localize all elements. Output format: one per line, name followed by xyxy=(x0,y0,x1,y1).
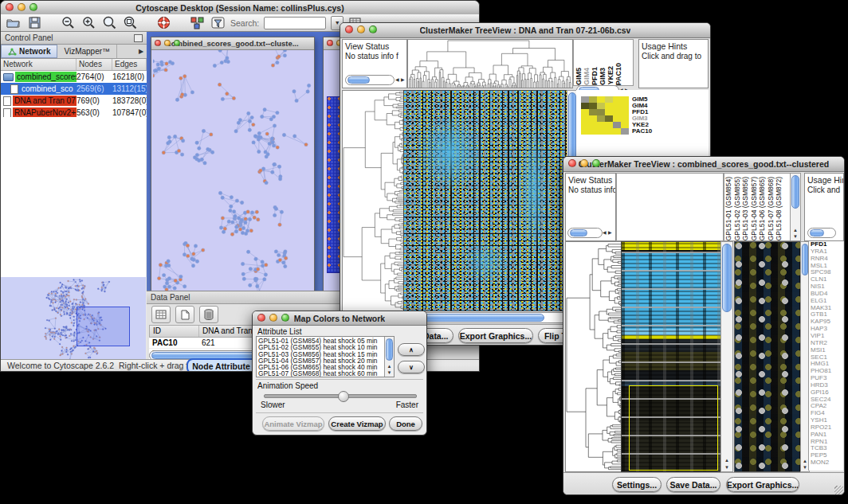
scroll-right-arrow[interactable]: ▶ xyxy=(608,230,612,235)
network-table-header: NetworkNodesEdges xyxy=(1,59,147,71)
animation-speed-slider[interactable] xyxy=(264,394,417,398)
delete-attribute-icon[interactable] xyxy=(199,306,218,323)
close-icon[interactable] xyxy=(345,25,353,33)
select-attributes-icon[interactable] xyxy=(151,306,171,323)
tv2-column-label[interactable]: GPL51-01 (GSM854) xyxy=(725,177,734,240)
tv1-column-dendrogram[interactable] xyxy=(407,39,573,88)
minimize-icon[interactable] xyxy=(357,25,365,33)
zoom-in-icon[interactable] xyxy=(80,16,96,30)
tv1-hscrollbar[interactable] xyxy=(407,312,568,323)
zoom-window-icon[interactable] xyxy=(592,159,600,167)
network-table-header-cell[interactable]: Edges xyxy=(112,59,147,70)
scroll-down-arrow[interactable]: ▼ xyxy=(385,369,394,376)
tv1-global-heatmap[interactable] xyxy=(403,90,568,311)
export-graphics-button[interactable]: Export Graphics... xyxy=(726,477,799,492)
done-button[interactable]: Done xyxy=(389,416,422,431)
scroll-left-arrow[interactable]: ◀ xyxy=(395,77,399,82)
tv2-hints-scrollbar[interactable] xyxy=(807,228,836,238)
attribute-listbox[interactable]: GPL51-01 (GSM854) heat shock 05 minGPL51… xyxy=(256,336,395,377)
dialog-titlebar[interactable]: Map Colors to Network xyxy=(253,311,426,326)
close-icon[interactable] xyxy=(155,40,161,46)
scroll-right-arrow[interactable]: ▶ xyxy=(401,77,405,82)
scroll-down-arrow[interactable]: ▼ xyxy=(791,233,800,240)
attribute-item[interactable]: GPL51-07 (GSM868) heat shock 60 min xyxy=(257,370,394,377)
zoom-window-icon[interactable] xyxy=(174,40,180,46)
tab-overflow-arrow[interactable]: ▶ xyxy=(135,45,147,58)
filter-icon[interactable] xyxy=(210,16,226,30)
tv2-global-heatmap[interactable] xyxy=(621,241,722,472)
tv1-status-scrollbar[interactable] xyxy=(345,75,395,85)
zoom-out-icon[interactable] xyxy=(60,16,76,30)
slider-thumb[interactable] xyxy=(338,391,349,402)
save-data-button[interactable]: Save Data... xyxy=(666,477,720,492)
network-row[interactable]: combined_sco 2569(6) 13112(15) xyxy=(1,83,147,95)
minimize-icon[interactable] xyxy=(18,3,26,11)
treeview1-titlebar[interactable]: ClusterMaker TreeView : DNA and Tran 07-… xyxy=(340,23,710,38)
save-session-icon[interactable] xyxy=(26,16,42,30)
create-attribute-icon[interactable] xyxy=(175,306,194,323)
network-row-icon xyxy=(3,96,11,106)
network-node-count: 563(0) xyxy=(77,108,112,117)
close-icon[interactable] xyxy=(327,40,333,46)
gene-label[interactable]: MON2 xyxy=(809,459,843,467)
scroll-left-arrow[interactable]: ◀ xyxy=(603,230,607,235)
move-up-button[interactable]: ∧ xyxy=(398,343,425,356)
control-panel-header: Control Panel xyxy=(1,32,147,45)
zoom-window-icon[interactable] xyxy=(369,25,377,33)
tv2-vscrollbar[interactable]: ▲ ▼ xyxy=(720,241,733,472)
tv2-status-scrollbar[interactable] xyxy=(567,228,603,238)
zoom-window-icon[interactable] xyxy=(281,314,289,322)
tv2-column-label[interactable]: GPL51-08 (GSM872) xyxy=(775,177,784,240)
attribute-table-header-cell[interactable]: ID xyxy=(150,326,199,337)
zoom-fit-icon[interactable] xyxy=(122,16,138,30)
treeview2-titlebar[interactable]: ClusterMaker TreeView : combined_scores_… xyxy=(563,157,844,172)
open-session-icon[interactable] xyxy=(6,16,22,30)
overview-viewport-rect[interactable] xyxy=(77,307,130,346)
network-row[interactable]: DNA and Tran 07 769(0) 183728(0) xyxy=(1,95,147,107)
heatmap-selection-rect[interactable] xyxy=(629,385,718,471)
scroll-down-arrow[interactable]: ▼ xyxy=(721,464,732,471)
zoom-window-icon[interactable] xyxy=(29,3,37,11)
float-panel-icon[interactable] xyxy=(134,34,143,42)
minimize-icon[interactable] xyxy=(269,314,277,322)
tv2-column-label[interactable]: GPL51-03 (GSM856) xyxy=(742,177,751,240)
close-icon[interactable] xyxy=(6,3,14,11)
move-down-button[interactable]: ∨ xyxy=(398,361,425,373)
tv2-row-dendrogram[interactable] xyxy=(565,241,622,472)
network-row[interactable]: combined_scores 2764(0) 16218(0) xyxy=(1,71,147,83)
tv2-column-label[interactable]: GPL51-06 (GSM865) xyxy=(759,177,768,240)
minimize-icon[interactable] xyxy=(580,159,588,167)
zoom-selected-icon[interactable] xyxy=(101,16,117,30)
tv2-column-dendrogram-area[interactable] xyxy=(616,173,724,241)
close-icon[interactable] xyxy=(257,314,265,322)
create-vizmap-button[interactable]: Create Vizmap xyxy=(328,416,386,431)
export-graphics-button[interactable]: Export Graphics... xyxy=(458,328,533,343)
tv1-view-status-panel: View Status No status info f ◀ ▶ xyxy=(342,39,407,88)
scroll-up-arrow[interactable]: ▲ xyxy=(385,363,394,369)
scroll-up-arrow[interactable]: ▲ xyxy=(791,227,800,233)
settings-button[interactable]: Settings... xyxy=(612,477,662,492)
attribute-list-scrollbar[interactable]: ▲ ▼ xyxy=(384,337,394,377)
network-overview-thumbnail[interactable] xyxy=(1,277,146,359)
network-table-header-cell[interactable]: Network xyxy=(1,59,77,70)
search-input[interactable] xyxy=(264,17,326,29)
resize-grip[interactable] xyxy=(834,486,843,494)
network-canvas[interactable] xyxy=(153,50,312,296)
network-view-titlebar[interactable]: combined_scores_good.txt--cluste... xyxy=(151,37,314,50)
tv1-row-dendrogram[interactable] xyxy=(342,90,405,311)
close-icon[interactable] xyxy=(568,159,576,167)
vizmapper-icon[interactable] xyxy=(189,16,205,30)
network-table-header-cell[interactable]: Nodes xyxy=(77,59,112,70)
tv1-row-label[interactable]: PAC10 xyxy=(632,128,652,135)
tv1-zoom-heatmap[interactable] xyxy=(581,96,629,135)
scroll-up-arrow[interactable]: ▲ xyxy=(721,457,732,463)
tab-vizmapper[interactable]: VizMapper™ xyxy=(57,45,117,58)
minimize-icon[interactable] xyxy=(164,40,171,46)
animate-vizmap-button[interactable]: Animate Vizmap xyxy=(262,416,324,431)
help-icon[interactable] xyxy=(155,16,171,30)
tv2-zoom-heatmap[interactable] xyxy=(734,241,802,472)
tv2-collabel-scrollbar[interactable]: ▲ ▼ xyxy=(790,173,801,241)
main-titlebar[interactable]: Cytoscape Desktop (Session Name: collins… xyxy=(1,1,479,15)
tab-network[interactable]: Network xyxy=(1,45,57,58)
tv1-column-label[interactable]: PAC10 xyxy=(615,63,623,85)
